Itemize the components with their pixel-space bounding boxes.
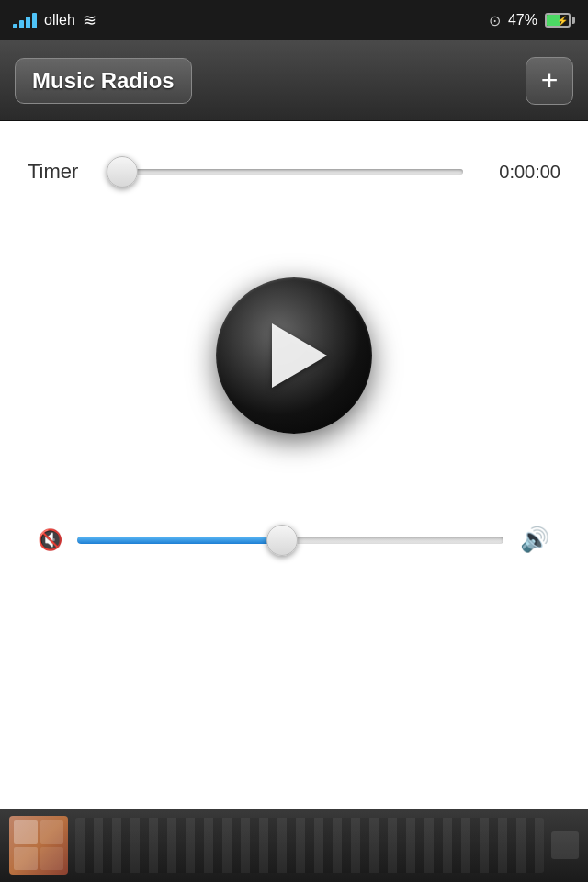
main-content: Timer 0:00:00 🔇 🔊: [0, 121, 588, 554]
status-left: olleh ≋: [13, 10, 96, 30]
play-button[interactable]: [216, 277, 372, 434]
status-right: ⊙ 47% ⚡: [489, 12, 575, 29]
volume-thumb[interactable]: [266, 525, 298, 556]
volume-row: 🔇 🔊: [28, 526, 560, 554]
volume-high-icon: 🔊: [518, 526, 551, 554]
bottom-content: [75, 818, 544, 873]
battery-icon: ⚡: [545, 13, 575, 28]
timer-slider[interactable]: [107, 158, 463, 186]
volume-low-icon: 🔇: [37, 528, 62, 552]
nav-title: Music Radios: [15, 58, 192, 104]
carrier-label: olleh: [44, 12, 75, 28]
play-area: [28, 204, 560, 507]
volume-fill: [77, 537, 282, 544]
timer-value: 0:00:00: [478, 162, 560, 183]
play-icon: [272, 323, 327, 388]
timer-row: Timer 0:00:00: [28, 158, 560, 186]
signal-icon: [13, 13, 37, 28]
timer-track: [107, 169, 463, 175]
add-button[interactable]: +: [526, 57, 573, 105]
bottom-right-icon: [551, 831, 579, 859]
volume-slider[interactable]: [77, 526, 503, 554]
wifi-icon: ≋: [83, 10, 96, 30]
timer-label: Timer: [28, 160, 92, 184]
nav-bar: Music Radios +: [0, 40, 588, 121]
bottom-thumbnail: [9, 816, 68, 875]
battery-percent: 47%: [508, 12, 537, 28]
timer-thumb[interactable]: [107, 156, 138, 187]
bottom-bar: [0, 808, 588, 882]
clock-icon: ⊙: [489, 12, 501, 29]
status-bar: olleh ≋ ⊙ 47% ⚡: [0, 0, 588, 40]
